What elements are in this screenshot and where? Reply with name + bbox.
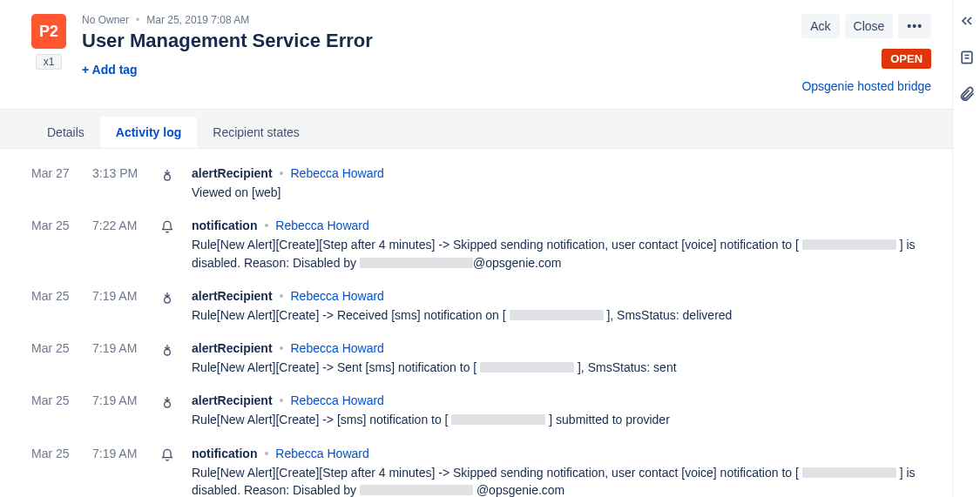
alert-title: User Management Service Error — [82, 30, 786, 52]
tab-details[interactable]: Details — [31, 117, 100, 148]
entry-user-link[interactable]: Rebecca Howard — [291, 289, 384, 303]
dot-separator: • — [264, 218, 268, 232]
priority-badge: P2 — [31, 14, 66, 49]
entry-icon — [159, 393, 176, 409]
ack-button[interactable]: Ack — [801, 14, 839, 38]
entry-user-link[interactable]: Rebecca Howard — [275, 447, 368, 460]
dot-separator: • — [280, 166, 284, 180]
hosted-bridge-link[interactable]: Opsgenie hosted bridge — [801, 79, 931, 93]
entry-message: Rule[New Alert][Create][Step after 4 min… — [192, 236, 921, 272]
entry-message: Rule[New Alert][Create] -> Sent [sms] no… — [192, 359, 921, 376]
dot-separator: • — [280, 393, 284, 407]
log-entry: Mar 257:22 AMnotification•Rebecca Howard… — [31, 212, 921, 282]
paperclip-icon — [958, 85, 976, 103]
entry-date: Mar 25 — [31, 341, 77, 355]
svg-point-3 — [165, 402, 171, 408]
redacted-span — [480, 362, 574, 373]
entry-date: Mar 27 — [31, 166, 77, 180]
owner-label: No Owner — [82, 14, 129, 26]
tab-recipient-states[interactable]: Recipient states — [197, 117, 315, 148]
log-entry: Mar 257:19 AMnotification•Rebecca Howard… — [31, 440, 921, 497]
dot-separator: • — [136, 14, 139, 26]
created-timestamp: Mar 25, 2019 7:08 AM — [146, 14, 249, 26]
redacted-span — [802, 467, 896, 478]
entry-time: 3:13 PM — [92, 166, 143, 180]
redacted-span — [360, 485, 473, 495]
entry-type: alertRecipient — [192, 341, 273, 355]
svg-point-1 — [165, 297, 171, 303]
chevrons-left-icon — [958, 12, 976, 30]
tabs-bar: Details Activity log Recipient states — [0, 109, 952, 149]
redacted-span — [802, 239, 896, 250]
count-badge: x1 — [36, 54, 63, 70]
dot-separator: • — [280, 289, 284, 303]
redacted-span — [451, 414, 545, 425]
log-entry: Mar 257:19 AMalertRecipient•Rebecca Howa… — [31, 282, 921, 334]
attachments-panel-button[interactable] — [956, 84, 977, 104]
recipient-icon — [160, 168, 174, 182]
log-entry: Mar 273:13 PMalertRecipient•Rebecca Howa… — [31, 159, 921, 212]
svg-point-0 — [165, 174, 171, 180]
entry-date: Mar 25 — [31, 447, 77, 460]
entry-time: 7:22 AM — [92, 218, 143, 232]
redacted-span — [510, 310, 604, 320]
status-badge: OPEN — [882, 49, 931, 69]
details-panel-button[interactable] — [956, 47, 977, 68]
recipient-icon — [160, 291, 174, 305]
dot-separator: • — [264, 447, 268, 460]
entry-user-link[interactable]: Rebecca Howard — [291, 341, 384, 355]
entry-icon — [159, 341, 176, 357]
log-entry: Mar 257:19 AMalertRecipient•Rebecca Howa… — [31, 334, 921, 386]
recipient-icon — [160, 395, 174, 409]
tab-activity-log[interactable]: Activity log — [100, 117, 197, 148]
entry-user-link[interactable]: Rebecca Howard — [291, 166, 384, 180]
entry-message: Viewed on [web] — [192, 184, 921, 201]
svg-point-2 — [165, 350, 171, 356]
entry-date: Mar 25 — [31, 393, 77, 407]
collapse-panel-button[interactable] — [956, 10, 977, 31]
close-button[interactable]: Close — [845, 14, 894, 38]
activity-log-list: Mar 273:13 PMalertRecipient•Rebecca Howa… — [0, 149, 952, 497]
entry-time: 7:19 AM — [92, 393, 143, 407]
entry-icon — [159, 218, 176, 234]
entry-message: Rule[New Alert][Create] -> Received [sms… — [192, 306, 921, 324]
entry-type: alertRecipient — [192, 166, 273, 180]
add-tag-button[interactable]: + Add tag — [82, 63, 138, 77]
entry-type: alertRecipient — [192, 393, 273, 407]
entry-user-link[interactable]: Rebecca Howard — [275, 218, 368, 232]
more-actions-button[interactable]: ••• — [898, 14, 931, 38]
entry-message: Rule[New Alert][Create][Step after 4 min… — [192, 464, 921, 497]
bell-icon — [160, 448, 174, 462]
entry-type: notification — [192, 447, 257, 460]
log-entry: Mar 257:19 AMalertRecipient•Rebecca Howa… — [31, 386, 921, 439]
entry-time: 7:19 AM — [92, 447, 143, 460]
entry-icon — [159, 447, 176, 462]
entry-date: Mar 25 — [31, 289, 77, 303]
entry-time: 7:19 AM — [92, 289, 143, 303]
redacted-span — [360, 258, 473, 268]
entry-icon — [159, 289, 176, 305]
entry-message: Rule[New Alert][Create] -> [sms] notific… — [192, 411, 921, 428]
dot-separator: • — [280, 341, 284, 355]
alert-header: P2 x1 No Owner • Mar 25, 2019 7:08 AM Us… — [0, 0, 952, 109]
recipient-icon — [160, 343, 174, 357]
entry-icon — [159, 166, 176, 182]
entry-type: notification — [192, 218, 257, 232]
entry-time: 7:19 AM — [92, 341, 143, 355]
entry-user-link[interactable]: Rebecca Howard — [291, 393, 384, 407]
detail-side-rail — [952, 0, 980, 497]
bell-icon — [160, 220, 174, 234]
entry-type: alertRecipient — [192, 289, 273, 303]
document-icon — [958, 49, 976, 66]
entry-date: Mar 25 — [31, 218, 77, 232]
